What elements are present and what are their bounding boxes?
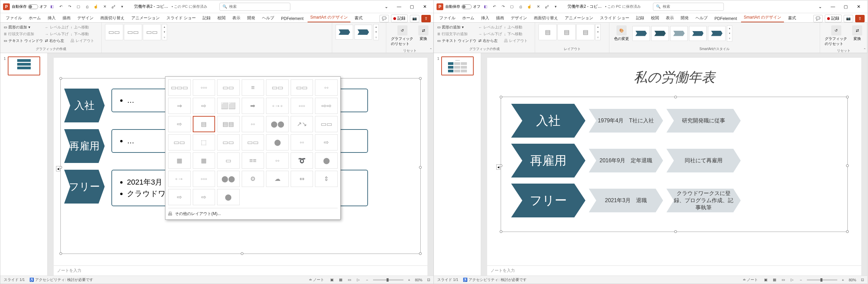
fit-to-window-icon[interactable]: ⊡ (427, 278, 430, 282)
collapse-ribbon-icon[interactable]: ⌃ (863, 48, 866, 51)
more-layouts-button[interactable]: 品 その他のレイアウト(M)... (168, 208, 338, 217)
zoom-level[interactable]: 80% (849, 278, 856, 282)
text-pane-toggle-icon[interactable]: ◂ (496, 164, 500, 170)
zoom-in-icon[interactable]: + (408, 278, 410, 282)
sorter-view-icon[interactable]: ▦ (338, 277, 344, 283)
autosave-toggle[interactable]: 自動保存 オフ (445, 4, 480, 9)
layout-option[interactable]: ◦◦ (315, 79, 338, 96)
layout-option[interactable]: ➰ (291, 152, 313, 169)
text-window-button[interactable]: ▭ テキスト ウィンドウ (4, 38, 43, 44)
layout-option[interactable]: ◦◦ (291, 134, 313, 150)
layout-option[interactable]: ➡ (242, 98, 264, 114)
layout-option[interactable]: ◦◦◦ (193, 79, 215, 96)
change-colors-button[interactable]: 🎨色の変更 (613, 24, 630, 43)
layout-option[interactable]: ▭▭ (217, 134, 240, 150)
layout-gallery-more[interactable]: ▴▾▿ (162, 24, 167, 40)
smartart-cell[interactable]: 同社にて再雇用 (666, 149, 741, 172)
reset-graphic-button[interactable]: ↺グラフィックのリセット (390, 24, 415, 48)
layout-option[interactable]: ☁ (266, 171, 289, 187)
layout-option[interactable]: ▭▭ (266, 79, 289, 96)
search-input[interactable]: 🔍 検索 (653, 3, 724, 11)
from-start-icon[interactable]: ▢ (509, 4, 515, 10)
minimize-icon[interactable]: — (827, 1, 839, 12)
layout-option[interactable]: ↗↘ (291, 116, 313, 132)
record-button[interactable]: 記録 (391, 15, 408, 22)
tab-pdfelement[interactable]: PDFelement (278, 15, 306, 22)
layout-thumb[interactable]: ▭▭ (124, 24, 142, 40)
redo-icon[interactable]: ↷ (500, 4, 506, 10)
convert-button[interactable]: ⇄変換 (417, 24, 430, 43)
zoom-slider[interactable] (373, 279, 403, 281)
notes-toggle[interactable]: ≐ ノート (743, 277, 758, 282)
slide-thumbnail[interactable]: –––– (441, 56, 474, 75)
add-shape-button[interactable]: ▭ 図形の追加 ▾ (4, 24, 43, 30)
tab-help[interactable]: ヘルプ (693, 14, 710, 22)
layout-option[interactable]: ⇨ (193, 98, 215, 114)
layout-thumb[interactable]: ▤ (576, 24, 595, 40)
close-icon[interactable]: ✕ (419, 1, 431, 12)
touch-icon[interactable]: ☝ (526, 4, 532, 10)
layout-option[interactable]: ⬚ (193, 134, 215, 150)
tab-file[interactable]: ファイル (3, 14, 25, 22)
accessibility-status[interactable]: ♿ アクセシビリティ: 検討が必要です (29, 277, 93, 282)
slide-thumbnail[interactable] (8, 56, 40, 75)
layout-option[interactable]: ▦ (193, 152, 215, 169)
smartart-cell[interactable]: クラウドワークスに登録、プログラム作成、記事執筆 (666, 189, 741, 212)
touch-icon[interactable]: ☝ (93, 4, 99, 10)
save-icon[interactable]: ◧ (49, 4, 55, 10)
layout-option[interactable]: ⬤ (315, 152, 338, 169)
layout-option[interactable]: ⬤ (217, 189, 240, 205)
slide-canvas[interactable]: 私の労働年表 ◂ 入社 1979年4月 T社に入社 研究開発職に従事 再雇用 2… (487, 58, 861, 265)
tab-view[interactable]: 表示 (663, 14, 677, 22)
collapse-ribbon-icon[interactable]: ⌃ (429, 48, 432, 51)
smartart-row[interactable]: 再雇用 2016年9月 定年退職 同社にて再雇用 (511, 144, 837, 178)
smartart-head[interactable]: フリー (511, 184, 585, 217)
slide-thumbnails-pane[interactable]: 1 –––– (434, 53, 481, 276)
clear-icon[interactable]: ✕ (102, 4, 108, 10)
tab-animations[interactable]: アニメーション (129, 14, 162, 22)
minimize-icon[interactable]: — (393, 1, 405, 12)
share-button[interactable]: ⇪ (421, 15, 431, 22)
convert-button[interactable]: ⇄変換 (851, 24, 864, 43)
layout-option[interactable]: ◦→ (168, 171, 191, 187)
tab-design[interactable]: デザイン (75, 14, 96, 22)
layout-option[interactable]: ⬤ (266, 134, 289, 150)
camera-icon[interactable]: 📷 (844, 15, 853, 22)
zoom-out-icon[interactable]: − (800, 278, 802, 282)
normal-view-icon[interactable]: ▣ (763, 277, 769, 283)
layout-option[interactable]: ⇨ (315, 134, 338, 150)
ribbon-display-icon[interactable]: ⌄ (814, 1, 826, 12)
layout-option[interactable]: ⚙ (242, 171, 264, 187)
document-title[interactable]: 労働年表2 - コピ… (134, 4, 168, 9)
toggle-icon[interactable] (462, 4, 472, 9)
layout-option[interactable]: ⇨ (193, 189, 215, 205)
zoom-slider[interactable] (807, 279, 837, 281)
tab-slideshow[interactable]: スライド ショー (164, 14, 199, 22)
qat-more-icon[interactable]: ▾ (119, 4, 125, 10)
layout-option[interactable]: ▭▭ (217, 79, 240, 96)
slideshow-view-icon[interactable]: ▷ (355, 277, 361, 283)
layout-option[interactable]: ▭ (217, 152, 240, 169)
layout-option[interactable]: ▭▭ (291, 79, 313, 96)
right-to-left-button[interactable]: ⇄ 右から左 (45, 38, 69, 44)
tab-developer[interactable]: 開発 (244, 14, 258, 22)
smartart-node[interactable]: フリー (64, 170, 105, 204)
text-window-button[interactable]: ▭ テキスト ウィンドウ (437, 38, 476, 44)
layout-option[interactable]: ⇒ (168, 98, 191, 114)
tab-smartart-design[interactable]: SmartArt のデザイン (741, 13, 784, 22)
layout-option[interactable]: ⬤⬤ (217, 171, 240, 187)
undo-icon[interactable]: ↶ (491, 4, 497, 10)
tab-animations[interactable]: アニメーション (562, 14, 596, 22)
toggle-icon[interactable] (28, 4, 38, 9)
smartart-row[interactable]: 入社 1979年4月 T社に入社 研究開発職に従事 (511, 104, 837, 138)
style-thumb[interactable] (632, 26, 650, 41)
layout-option[interactable]: ⬜⬜ (217, 98, 240, 114)
layout-option[interactable]: ▤▤ (217, 116, 240, 132)
style-thumb[interactable] (651, 26, 669, 41)
tab-review[interactable]: 校閲 (648, 14, 662, 22)
tab-help[interactable]: ヘルプ (259, 14, 277, 22)
tab-view[interactable]: 表示 (230, 14, 243, 22)
slide-thumbnails-pane[interactable]: 1 (0, 53, 48, 276)
tab-record[interactable]: 記録 (200, 14, 213, 22)
tab-smartart-design[interactable]: SmartArt のデザイン (308, 13, 350, 22)
